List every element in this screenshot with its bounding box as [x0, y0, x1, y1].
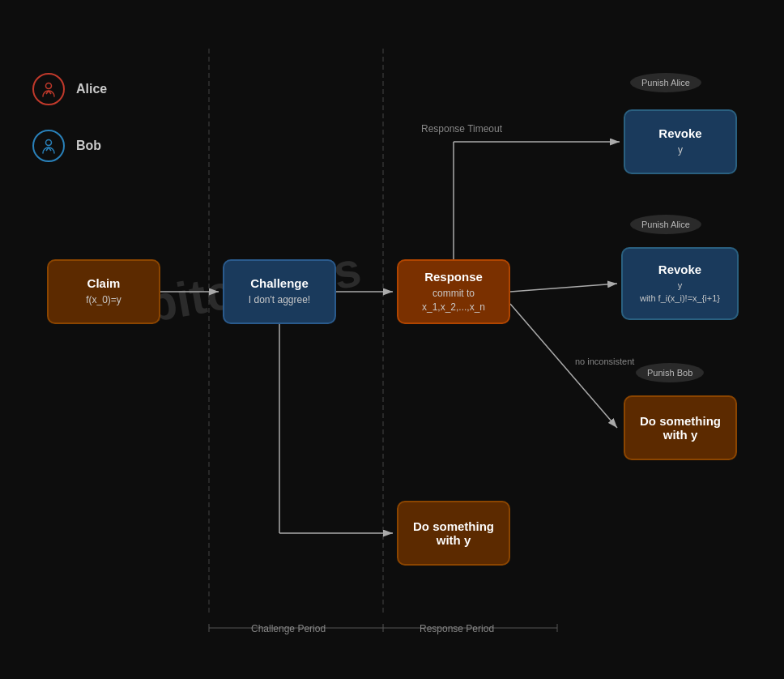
response-period-label: Response Period: [420, 623, 494, 634]
svg-point-0: [46, 83, 52, 89]
bob-icon: [32, 130, 65, 162]
revoke-top-title: Revoke: [658, 126, 701, 140]
claim-sub: f(x_0)=y: [86, 293, 121, 307]
challenge-title: Challenge: [250, 276, 309, 290]
diagram-container: bitcoyers Alice: [0, 0, 784, 679]
response-timeout-label: Response Timeout: [421, 123, 502, 135]
revoke-mid-node: Revoke y with f_i(x_i)!=x_{i+1}: [621, 247, 739, 320]
claim-node: Claim f(x_0)=y: [47, 259, 160, 324]
bob-label: Bob: [76, 139, 101, 153]
no-inconsistent-label: no inconsistent: [575, 357, 634, 366]
do-something-right-title: Do something with y: [640, 414, 721, 442]
legend-bob: Bob: [32, 130, 107, 162]
do-something-bottom-title: Do something with y: [413, 519, 494, 547]
legend: Alice Bob: [32, 73, 107, 186]
legend-alice: Alice: [32, 73, 107, 105]
challenge-node: Challenge I don't aggree!: [223, 259, 336, 324]
response-node: Response commit to x_1,x_2,...,x_n: [397, 259, 510, 324]
punish-alice-mid-cloud: Punish Alice: [630, 215, 701, 234]
revoke-top-sub: y: [678, 143, 683, 157]
do-something-right-node: Do something with y: [624, 395, 737, 460]
alice-icon: [32, 73, 65, 105]
revoke-top-node: Revoke y: [624, 109, 737, 174]
revoke-mid-title: Revoke: [658, 263, 701, 276]
challenge-period-label: Challenge Period: [251, 623, 326, 634]
do-something-bottom-node: Do something with y: [397, 501, 510, 566]
claim-title: Claim: [87, 276, 121, 290]
punish-bob-cloud: Punish Bob: [636, 363, 704, 382]
punish-alice-top-cloud: Punish Alice: [630, 73, 701, 92]
challenge-sub: I don't aggree!: [249, 293, 310, 307]
svg-point-3: [46, 140, 52, 146]
alice-label: Alice: [76, 82, 107, 96]
response-title: Response: [424, 270, 483, 284]
arrows-svg: [0, 0, 784, 679]
response-sub: commit to x_1,x_2,...,x_n: [422, 287, 485, 314]
revoke-mid-sub: y with f_i(x_i)!=x_{i+1}: [640, 280, 720, 305]
svg-line-13: [510, 284, 617, 292]
